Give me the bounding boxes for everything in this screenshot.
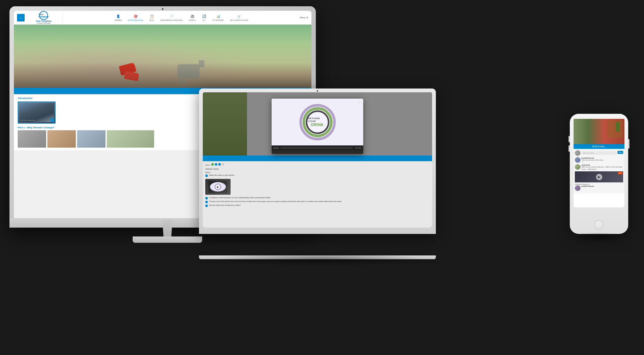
drink-text: DRINK xyxy=(311,123,324,127)
laptop-screen-bezel: Week Weekly Tasks More xyxy=(203,92,432,228)
weekly-tasks-label: Weekly Tasks xyxy=(205,168,430,170)
phone-video-title: 45-Minute Tabata Yo... xyxy=(575,183,623,185)
week-dot-4 xyxy=(222,163,224,166)
video-ctrl-dot-3 xyxy=(277,148,278,149)
thumb-3[interactable] xyxy=(77,130,105,148)
nav-assessments-label: ASSESSMENTS & PROFILING xyxy=(160,19,183,21)
nav-item-tlc[interactable]: 🔄 TLC xyxy=(202,14,206,21)
phone-volume-down-button[interactable] xyxy=(569,145,570,152)
rethink-drink-visual: RETHINK YOUR DRINK xyxy=(298,103,336,141)
thumb-2[interactable] xyxy=(47,130,76,148)
nav-item-buy[interactable]: 🛒 BUY A LIFESTYLE PLAN xyxy=(230,14,248,21)
phone-play-btn[interactable]: ▶ xyxy=(596,174,602,180)
menu-icon: ☰ xyxy=(306,16,308,19)
laptop-video-thumb[interactable]: ▶ xyxy=(205,179,231,195)
thumb-inner: 10 22 Hours of Daily Lifes... xyxy=(18,102,55,123)
video-progress-bar[interactable] xyxy=(281,148,352,148)
nutritional-icon: 🎯 xyxy=(133,14,138,19)
phone-screen: SOCIAL Add a comment Post xyxy=(574,119,624,207)
video-player[interactable]: RETHINK YOUR DRINK xyxy=(272,99,363,145)
phone-volume-up-button[interactable] xyxy=(569,136,570,142)
phone-home-button[interactable] xyxy=(594,220,604,230)
video-ctrl-dot-2 xyxy=(275,148,276,149)
video-controls xyxy=(274,148,278,149)
video-controls-bar: YouTube xyxy=(272,145,363,150)
avatar-3 xyxy=(575,185,581,191)
comment-row-2: Jenny Krist OMG. Do you eat the foods th… xyxy=(575,164,623,170)
assessments-icon: 📄 xyxy=(169,14,174,19)
comment-content-2: Jenny Krist OMG. Do you eat the foods th… xyxy=(581,164,623,170)
phone-my-avatar xyxy=(575,150,581,156)
trackers-icon: 📊 xyxy=(216,14,220,19)
phone-video-thumb[interactable]: ▶ NEW xyxy=(575,171,623,182)
phone-content: Add a comment Post Kendall Prescott This… xyxy=(574,149,624,193)
nav-sports-label: SPORTS xyxy=(189,19,195,21)
phone-shadow xyxy=(573,232,623,242)
nav-item-nutritional[interactable]: 🎯 NUTRITIONAL GOAL xyxy=(128,14,143,21)
comment-content-3: Kendall Prescott xyxy=(581,185,623,187)
logo-msg: Company Message xyxy=(37,22,50,24)
rethink-text: RETHINK YOUR xyxy=(308,117,327,123)
thumb-4[interactable] xyxy=(107,130,154,148)
phone-hero-overlay xyxy=(574,119,624,144)
play-button-small[interactable]: ▶ xyxy=(215,184,220,189)
nav-menu[interactable]: Menu ☰ xyxy=(300,16,308,19)
laptop-lid: Week Weekly Tasks More xyxy=(199,89,436,234)
post-button[interactable]: Post xyxy=(617,151,623,154)
comment-content-1: Kendall Prescott This is by far some of … xyxy=(581,157,623,163)
avatar-1 xyxy=(575,157,581,163)
laptop-video-overlay: Rethink Your Drink Week 1 × RETHINK YOUR xyxy=(272,99,363,154)
nav-item-sports[interactable]: ⚽ SPORTS xyxy=(189,14,195,21)
nav-items: 👤 DRAWER 🎯 NUTRITIONAL GOAL 📋 BLOG xyxy=(68,14,295,21)
nav-blog-label: BLOG xyxy=(150,19,154,21)
comment-text-2: OMG. Do you eat the foods that... OMG, I… xyxy=(581,166,623,170)
nav-item-blog[interactable]: 📋 BLOG xyxy=(150,14,154,21)
phone-video-container: ▶ NEW 45-Minute Tabata Yo... xyxy=(575,171,623,185)
nav-buy-label: BUY A LIFESTYLE PLAN xyxy=(230,19,248,21)
task-text-3: Choose one of the drinks from your list … xyxy=(209,200,341,203)
imac-base xyxy=(133,236,202,243)
nav-drawer-label: DRAWER xyxy=(115,19,122,21)
new-badge: NEW xyxy=(618,172,623,174)
add-comment-input[interactable]: Add a comment xyxy=(581,151,617,155)
logo-text: Your Company xyxy=(36,20,51,22)
nav-item-drawer[interactable]: 👤 DRAWER xyxy=(115,14,122,21)
video-close-button[interactable]: × xyxy=(358,100,361,105)
nav-tlc-label: TLC xyxy=(202,19,205,21)
nav-item-trackers[interactable]: 📊 MY TRACKERS xyxy=(213,14,224,21)
week-dots xyxy=(211,163,224,166)
laptop-blue-bar xyxy=(203,156,432,161)
laptop-shadow xyxy=(212,253,426,266)
nav-divider xyxy=(63,13,63,22)
youtube-label: YouTube xyxy=(355,147,361,149)
imac-camera xyxy=(162,8,164,10)
tlc-icon: 🔄 xyxy=(202,14,206,19)
task-bullet-3 xyxy=(205,201,208,203)
ring-center: RETHINK YOUR DRINK xyxy=(308,113,327,132)
phone-frame: SOCIAL Add a comment Post xyxy=(570,114,628,234)
main-thumb[interactable]: 10 22 Hours of Daily Lifes... › xyxy=(18,101,56,124)
phone-device: SOCIAL Add a comment Post xyxy=(570,114,631,237)
drawer-icon: 👤 xyxy=(116,14,120,19)
comment-row-1: Kendall Prescott This is by far some of … xyxy=(575,157,623,163)
blog-icon: 📋 xyxy=(150,14,154,19)
nav-item-assessments[interactable]: 📄 ASSESSMENTS & PROFILING xyxy=(160,14,183,21)
imac-hero-image xyxy=(14,25,311,88)
add-comment-placeholder: Add a comment xyxy=(583,152,594,154)
task-text-2: Complete a self-evaluation on your daily… xyxy=(209,197,270,199)
home-icon[interactable]: ⌂ xyxy=(17,14,25,21)
phone-power-button[interactable] xyxy=(628,139,629,149)
thumb-arrow[interactable]: › xyxy=(50,118,54,122)
thumb-1[interactable] xyxy=(18,130,46,148)
laptop-device: Week Weekly Tasks More xyxy=(199,89,445,259)
task-text-4: Did you select the introductory video? xyxy=(209,204,241,207)
thumb-caption: 10 22 Hours of Daily Lifes... xyxy=(20,119,36,121)
avatar-2 xyxy=(575,164,581,170)
comment-name-3: Kendall Prescott xyxy=(581,185,623,187)
imac-nav-logo: Your Company Your Company Company Messag… xyxy=(29,11,58,24)
logo-inner: Your Company xyxy=(39,13,49,18)
nav-nutritional-label: NUTRITIONAL GOAL xyxy=(128,19,143,21)
scene: ⌂ Your Company Your Company Company Mess… xyxy=(0,0,644,355)
task-bullet-1 xyxy=(205,174,208,177)
phone-social-bar: SOCIAL xyxy=(574,144,624,149)
